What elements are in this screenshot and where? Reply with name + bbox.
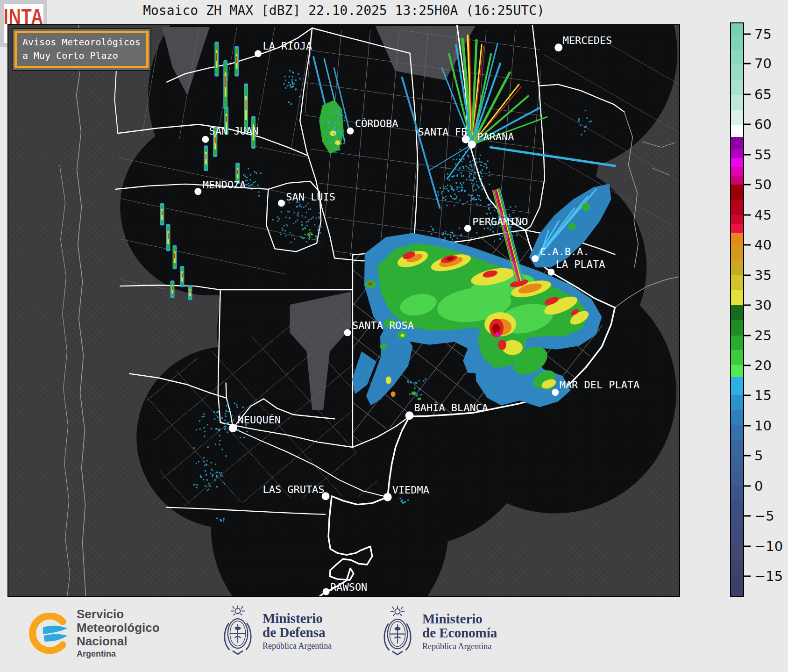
colorbar-tick xyxy=(744,575,751,577)
colorbar-tick xyxy=(744,485,751,486)
city-marker-rawson xyxy=(323,588,330,595)
city-marker-bahia-blanca xyxy=(405,411,414,420)
alert-line-1: Avisos Meteorológicos xyxy=(22,36,141,49)
city-label-bahia-blanca: BAHÍA BLANCA xyxy=(414,402,488,414)
colorbar-tick-label: 30 xyxy=(754,297,772,313)
city-label-parana: PARANA xyxy=(477,131,514,143)
city-label-mercedes: MERCEDES xyxy=(563,35,612,46)
economia-subtitle: República Argentina xyxy=(422,642,497,651)
colorbar-tick xyxy=(744,214,751,215)
inta-wordmark: INTA xyxy=(4,4,43,30)
city-label-las-grutas: LAS GRUTAS xyxy=(263,484,324,495)
smn-name-line1: Servicio xyxy=(77,608,160,621)
smn-country: Argentina xyxy=(77,649,160,659)
city-marker-mendoza xyxy=(194,188,201,195)
smn-logo: Servicio Meteorológico Nacional Argentin… xyxy=(29,608,160,659)
ministerio-economia-logo: Ministerio de Economía República Argenti… xyxy=(380,604,497,659)
city-marker-caba xyxy=(532,255,539,262)
city-marker-san-luis xyxy=(278,200,285,207)
colorbar-tick xyxy=(744,365,751,366)
city-label-neuquen: NEUQUÉN xyxy=(238,414,281,426)
radar-map: LA RIOJAMERCEDESSAN JUANCÓRDOBASANTA FEP… xyxy=(8,25,679,596)
city-label-caba: C.A.B.A. xyxy=(540,246,589,257)
smn-name-line2: Meteorológico xyxy=(77,621,160,635)
city-marker-parana xyxy=(468,141,476,149)
city-marker-san-juan xyxy=(202,136,209,143)
city-label-mendoza: MENDOZA xyxy=(203,179,246,191)
city-label-mar-del-plata: MAR DEL PLATA xyxy=(560,379,640,391)
colorbar-tick-label: 25 xyxy=(754,328,772,343)
reflectivity-colorbar: 757065605550454035302520151050−5−10−15 xyxy=(730,22,788,597)
colorbar-tick-label: −5 xyxy=(754,508,774,524)
city-marker-pergamino xyxy=(464,225,471,232)
colorbar-tick-label: 0 xyxy=(754,478,763,494)
city-marker-mar-del-plata xyxy=(552,389,559,396)
colorbar-tick xyxy=(744,515,751,516)
colorbar-tick-label: 40 xyxy=(754,237,772,253)
colorbar-tick-label: 75 xyxy=(754,26,772,42)
colorbar-tick xyxy=(744,93,751,95)
colorbar-tick xyxy=(744,244,751,245)
colorbar-tick-label: 65 xyxy=(754,86,772,102)
city-label-santa-fe: SANTA FE xyxy=(418,126,468,138)
economia-title-1: Ministerio xyxy=(422,612,497,626)
colorbar-gradient xyxy=(730,22,744,597)
smn-name-line3: Nacional xyxy=(77,635,160,648)
colorbar-tick-label: 70 xyxy=(754,56,772,71)
colorbar-tick xyxy=(744,33,751,35)
city-marker-la-rioja xyxy=(255,50,262,57)
colorbar-tick-label: 35 xyxy=(754,267,772,283)
colorbar-tick xyxy=(744,304,751,306)
city-label-rawson: RAWSON xyxy=(330,581,367,593)
ministerio-defensa-logo: Ministerio de Defensa República Argentin… xyxy=(220,605,332,657)
radar-map-frame: LA RIOJAMERCEDESSAN JUANCÓRDOBASANTA FEP… xyxy=(7,24,680,597)
colorbar-tick xyxy=(744,545,751,547)
colorbar-tick xyxy=(744,123,751,125)
radar-product-page: { "title": "Mosaico ZH MAX [dBZ] 22.10.2… xyxy=(0,0,788,672)
city-label-la-rioja: LA RIOJA xyxy=(263,40,312,52)
colorbar-tick-label: −10 xyxy=(754,538,783,554)
city-label-san-luis: SAN LUIS xyxy=(286,191,335,203)
colorbar-tick-label: 5 xyxy=(754,448,763,464)
alert-line-2: a Muy Corto Plazo xyxy=(22,49,141,63)
colorbar-tick xyxy=(744,425,751,426)
city-label-pergamino: PERGAMINO xyxy=(472,216,528,228)
city-label-cordoba: CÓRDOBA xyxy=(355,118,398,129)
city-label-viedma: VIEDMA xyxy=(392,484,429,496)
argentina-coat-of-arms-icon xyxy=(220,605,255,657)
economia-title-2: de Economía xyxy=(422,626,497,640)
colorbar-tick-label: 50 xyxy=(754,177,772,193)
colorbar-tick xyxy=(744,154,751,155)
short-term-warnings-box: Avisos Meteorológicos a Muy Corto Plazo xyxy=(12,28,151,71)
city-marker-la-plata xyxy=(547,269,554,276)
colorbar-tick xyxy=(744,335,751,336)
city-label-san-juan: SAN JUAN xyxy=(209,125,259,137)
colorbar-tick xyxy=(744,63,751,64)
city-marker-mercedes xyxy=(554,43,562,51)
colorbar-tick-label: 15 xyxy=(754,387,772,403)
colorbar-tick-label: 10 xyxy=(754,418,772,434)
defensa-title-2: de Defensa xyxy=(263,625,332,639)
colorbar-tick xyxy=(744,274,751,276)
city-marker-cordoba xyxy=(347,128,354,135)
colorbar-tick-label: 45 xyxy=(754,207,772,223)
colorbar-tick xyxy=(744,184,751,185)
defensa-title-1: Ministerio xyxy=(263,611,332,625)
colorbar-tick xyxy=(744,394,751,396)
city-marker-viedma xyxy=(383,493,392,501)
short-term-warnings-border: Avisos Meteorológicos a Muy Corto Plazo xyxy=(14,31,149,68)
city-label-santa-rosa: SANTA ROSA xyxy=(352,320,414,331)
colorbar-tick-label: −15 xyxy=(754,568,783,584)
smn-icon xyxy=(29,613,70,654)
colorbar-tick-label: 20 xyxy=(754,357,772,373)
argentina-coat-of-arms-icon xyxy=(380,604,415,659)
city-marker-neuquen xyxy=(229,424,237,432)
city-marker-santa-rosa xyxy=(344,329,351,336)
colorbar-tick-label: 60 xyxy=(754,116,772,132)
defensa-subtitle: República Argentina xyxy=(263,641,332,651)
colorbar-tick-label: 55 xyxy=(754,147,772,163)
page-title: Mosaico ZH MAX [dBZ] 22.10.2025 13:25H0A… xyxy=(7,3,680,18)
colorbar-tick xyxy=(744,455,751,456)
city-label-la-plata: LA PLATA xyxy=(556,258,605,270)
